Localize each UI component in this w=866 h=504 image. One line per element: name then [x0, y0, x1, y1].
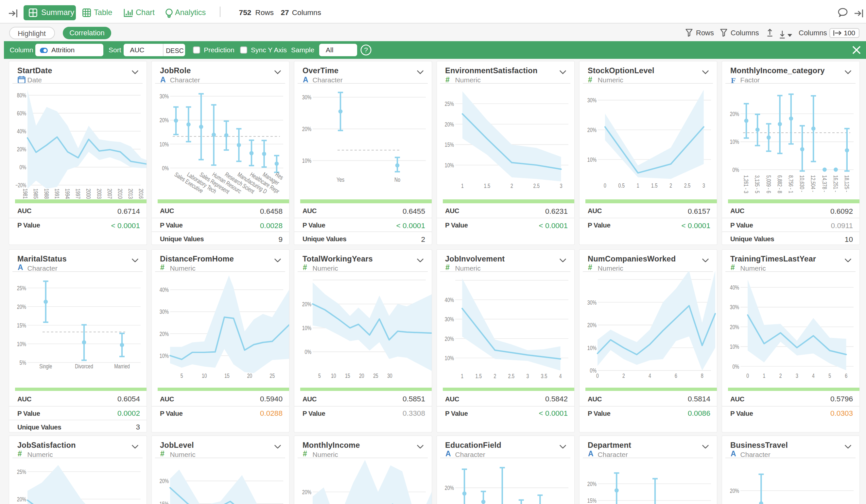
- svg-text:10%: 10%: [730, 138, 739, 145]
- svg-text:1: 1: [763, 372, 765, 379]
- svg-text:1: 1: [461, 182, 464, 189]
- svg-text:1988: 1988: [43, 189, 50, 199]
- svg-text:80%: 80%: [17, 92, 26, 99]
- svg-text:25%: 25%: [17, 284, 26, 291]
- svg-text:8,756 - 1: 8,756 - 1: [787, 175, 794, 193]
- svg-text:20%: 20%: [730, 111, 739, 117]
- svg-text:?: ?: [364, 46, 368, 54]
- svg-text:2: 2: [493, 372, 496, 379]
- svg-text:15%: 15%: [444, 141, 454, 148]
- svg-text:20%: 20%: [587, 321, 596, 328]
- svg-text:4: 4: [559, 372, 562, 379]
- svg-text:20%: 20%: [730, 487, 739, 494]
- svg-text:40%: 40%: [730, 284, 739, 291]
- svg-text:1997: 1997: [74, 189, 81, 199]
- svg-text:10%: 10%: [17, 340, 26, 347]
- svg-text:25%: 25%: [17, 468, 26, 475]
- svg-text:20%: 20%: [302, 125, 311, 132]
- svg-text:2.5: 2.5: [508, 372, 514, 379]
- svg-text:1981: 1981: [22, 189, 29, 199]
- svg-text:10%: 10%: [302, 157, 311, 164]
- svg-text:20%: 20%: [444, 121, 454, 128]
- svg-text:−20%: −20%: [15, 182, 26, 189]
- svg-text:20%: 20%: [159, 117, 168, 124]
- svg-text:1: 1: [460, 372, 463, 379]
- svg-text:16,251 -: 16,251 -: [832, 175, 839, 192]
- svg-text:2.5: 2.5: [684, 182, 690, 189]
- svg-text:0%: 0%: [732, 166, 739, 173]
- svg-text:30%: 30%: [587, 299, 596, 306]
- svg-text:2: 2: [669, 182, 672, 189]
- svg-text:Single: Single: [39, 362, 52, 369]
- svg-text:20%: 20%: [17, 146, 26, 153]
- svg-text:3,135 - 5: 3,135 - 5: [754, 175, 760, 193]
- svg-text:15: 15: [345, 372, 350, 379]
- svg-text:2: 2: [779, 372, 781, 379]
- svg-text:30%: 30%: [302, 94, 311, 101]
- svg-text:10%: 10%: [159, 141, 168, 148]
- svg-text:0%: 0%: [304, 348, 311, 355]
- svg-text:10%: 10%: [587, 344, 596, 351]
- svg-text:No: No: [394, 176, 400, 183]
- svg-text:10%: 10%: [444, 354, 454, 361]
- svg-text:4: 4: [648, 372, 651, 379]
- svg-text:25%: 25%: [444, 100, 454, 107]
- svg-text:1,261 - 3: 1,261 - 3: [742, 175, 749, 193]
- svg-text:0: 0: [596, 372, 599, 379]
- svg-text:6: 6: [845, 372, 847, 379]
- svg-text:2000: 2000: [85, 189, 91, 199]
- svg-text:10: 10: [201, 372, 207, 379]
- svg-text:10%: 10%: [302, 324, 311, 331]
- svg-text:20: 20: [359, 372, 364, 379]
- svg-text:15%: 15%: [159, 500, 168, 504]
- svg-text:20%: 20%: [302, 300, 311, 307]
- svg-text:1: 1: [636, 182, 639, 189]
- svg-text:3: 3: [526, 372, 529, 379]
- svg-text:2007: 2007: [106, 189, 113, 199]
- svg-text:0%: 0%: [19, 164, 26, 171]
- svg-text:20%: 20%: [587, 126, 596, 133]
- svg-text:30%: 30%: [444, 315, 454, 322]
- svg-text:60%: 60%: [17, 110, 26, 117]
- svg-text:20%: 20%: [302, 488, 311, 495]
- svg-text:20: 20: [247, 372, 252, 379]
- svg-text:3: 3: [795, 372, 798, 379]
- svg-text:8: 8: [700, 372, 703, 379]
- svg-text:20%: 20%: [159, 330, 168, 337]
- svg-text:Divorced: Divorced: [75, 362, 92, 369]
- svg-text:1991: 1991: [53, 189, 60, 199]
- svg-text:30%: 30%: [159, 93, 168, 100]
- svg-text:15%: 15%: [587, 497, 596, 504]
- svg-text:1985: 1985: [32, 189, 39, 199]
- svg-text:25: 25: [269, 372, 275, 379]
- svg-text:1.5: 1.5: [475, 372, 481, 379]
- svg-text:12,504 -: 12,504 -: [809, 175, 816, 192]
- svg-text:0: 0: [603, 182, 606, 189]
- svg-text:3: 3: [702, 182, 705, 189]
- svg-text:0%: 0%: [162, 165, 168, 171]
- svg-text:20%: 20%: [587, 480, 596, 487]
- svg-text:20%: 20%: [17, 303, 26, 310]
- svg-text:15: 15: [224, 372, 229, 379]
- svg-text:10: 10: [331, 372, 336, 379]
- svg-text:30%: 30%: [159, 308, 168, 315]
- svg-text:6: 6: [674, 372, 677, 379]
- svg-text:Married: Married: [114, 362, 130, 369]
- svg-text:2010: 2010: [116, 189, 123, 199]
- svg-text:10,630 -: 10,630 -: [798, 175, 805, 192]
- svg-text:15%: 15%: [17, 322, 26, 328]
- svg-text:10%: 10%: [587, 156, 596, 163]
- svg-text:2.5: 2.5: [533, 182, 539, 189]
- svg-text:2013: 2013: [127, 189, 134, 199]
- svg-text:1994: 1994: [64, 189, 71, 199]
- svg-text:25: 25: [373, 372, 378, 379]
- svg-text:2016: 2016: [137, 189, 144, 199]
- svg-text:10%: 10%: [730, 343, 739, 350]
- svg-text:5: 5: [828, 372, 831, 379]
- svg-text:20%: 20%: [159, 477, 168, 484]
- svg-text:40%: 40%: [159, 286, 168, 293]
- svg-text:20%: 20%: [444, 484, 454, 491]
- svg-text:20%: 20%: [444, 335, 454, 342]
- svg-text:10%: 10%: [444, 162, 454, 169]
- svg-text:0: 0: [746, 372, 748, 379]
